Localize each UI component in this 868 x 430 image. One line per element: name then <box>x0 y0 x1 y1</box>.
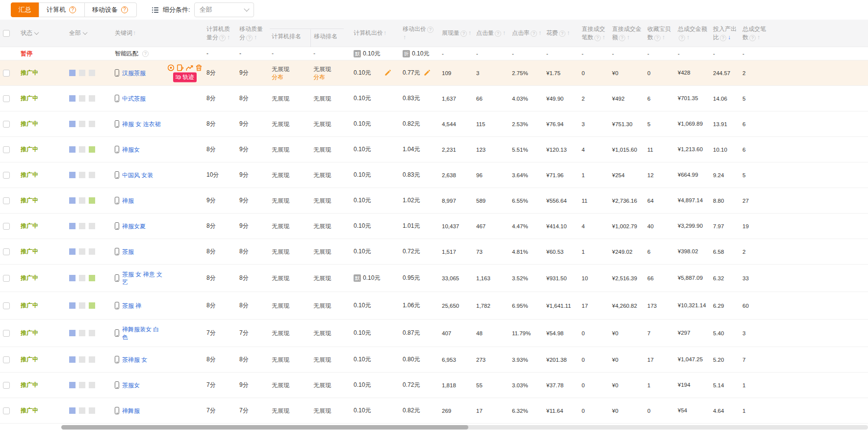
col-total-amount[interactable]: 总成交金额?↑ <box>675 25 710 42</box>
row-checkbox[interactable] <box>3 248 10 255</box>
help-icon[interactable]: ? <box>679 35 685 41</box>
help-icon[interactable]: ? <box>619 35 625 41</box>
row-checkbox[interactable] <box>3 382 10 389</box>
help-icon[interactable]: ? <box>427 27 434 33</box>
sort-asc-icon[interactable]: ↑ <box>687 34 689 41</box>
help-icon[interactable]: ? <box>749 35 756 41</box>
sort-asc-icon[interactable]: ↑ <box>503 29 506 36</box>
edit-bid-icon[interactable] <box>384 70 391 76</box>
keyword-link[interactable]: 禅服女夏 <box>122 222 146 230</box>
help-icon[interactable]: ? <box>142 51 149 57</box>
keyword-cell: 禅服 女 连衣裙 <box>112 120 204 128</box>
edit-bid-icon[interactable] <box>424 70 430 76</box>
row-checkbox[interactable] <box>3 302 10 309</box>
col-pc-bid[interactable]: 计算机出价↑ <box>351 29 400 37</box>
sort-asc-icon[interactable]: ↑ <box>662 34 665 41</box>
row-checkbox[interactable] <box>3 121 10 128</box>
keyword-link[interactable]: 禅舞服 <box>122 407 140 415</box>
keyword-link[interactable]: 禅服 <box>122 197 134 205</box>
keyword-link[interactable]: 禅舞服装女 白 色 <box>122 325 159 341</box>
sort-asc-icon[interactable]: ↑ <box>254 34 257 41</box>
sort-asc-icon[interactable]: ↑ <box>567 29 570 36</box>
help-icon[interactable]: ? <box>460 30 467 37</box>
tab-summary[interactable]: 汇总 <box>11 2 39 17</box>
tab-mobile[interactable]: 移动设备 ? <box>84 2 137 17</box>
row-checkbox[interactable] <box>3 146 10 153</box>
keyword-link[interactable]: 中式茶服 <box>122 95 146 103</box>
help-icon[interactable]: ? <box>594 35 601 41</box>
help-icon[interactable]: ? <box>531 30 537 37</box>
col-direct-orders[interactable]: 直接成交笔数?↑ <box>579 25 609 42</box>
keyword-link[interactable]: 茶服 女 禅意 文 艺 <box>122 270 162 286</box>
row-checkbox[interactable] <box>3 70 10 77</box>
col-favorites[interactable]: 收藏宝贝数?↑ <box>644 25 675 42</box>
chevron-down-icon[interactable] <box>83 30 88 35</box>
col-ctr[interactable]: 点击率?↑ <box>509 29 543 37</box>
help-icon[interactable]: ? <box>219 35 226 41</box>
pc-score-cell: 8分 <box>204 120 236 128</box>
filter-select[interactable]: 全部 <box>194 2 254 17</box>
trace-badge[interactable]: 轨迹 <box>173 72 197 82</box>
sort-desc-icon[interactable]: ↓ <box>728 34 731 41</box>
row-checkbox[interactable] <box>3 330 10 337</box>
col-cost[interactable]: 花费?↑ <box>543 29 579 37</box>
trash-icon[interactable] <box>195 64 203 71</box>
sort-asc-icon[interactable]: ↑ <box>468 29 471 36</box>
keyword-link[interactable]: 茶服女 <box>122 381 140 389</box>
col-total-orders[interactable]: 总成交笔数?↑ <box>740 25 770 42</box>
status-cell: 推广中 <box>18 145 66 154</box>
direct-amount-cell: ¥1,015.60 <box>609 147 644 153</box>
sort-asc-icon[interactable]: ↑ <box>403 34 406 41</box>
row-checkbox[interactable] <box>3 407 10 414</box>
keyword-link[interactable]: 禅服女 <box>122 146 140 154</box>
col-keyword[interactable]: 关键词↑ <box>112 29 204 37</box>
sort-asc-icon[interactable]: ↑ <box>227 34 230 41</box>
col-impressions[interactable]: 展现量?↑ <box>439 29 473 37</box>
report-icon[interactable] <box>177 64 184 71</box>
sort-asc-icon[interactable]: ↑ <box>538 29 541 36</box>
select-all-checkbox[interactable] <box>3 30 10 37</box>
help-icon[interactable]: ? <box>559 30 565 37</box>
col-status[interactable]: 状态 <box>18 29 66 37</box>
col-indicator[interactable]: 全部 <box>66 29 112 37</box>
row-checkbox[interactable] <box>3 223 10 230</box>
horizontal-scrollbar-thumb[interactable] <box>61 425 468 430</box>
keyword-link[interactable]: 中国风 女装 <box>122 171 153 179</box>
target-icon[interactable] <box>167 64 175 71</box>
tab-computer[interactable]: 计算机 ? <box>39 2 85 17</box>
trend-chart-icon[interactable] <box>186 64 193 71</box>
col-roi[interactable]: 投入产出比?↓ <box>710 25 740 42</box>
help-icon[interactable]: ? <box>69 6 76 13</box>
col-clicks[interactable]: 点击量?↑ <box>473 29 509 37</box>
help-icon[interactable]: ? <box>246 35 253 41</box>
distribution-link[interactable]: 分布 <box>272 73 307 81</box>
row-checkbox[interactable] <box>3 172 10 179</box>
row-checkbox[interactable] <box>3 197 10 204</box>
keyword-link[interactable]: 汉服茶服 <box>122 69 146 77</box>
help-icon[interactable]: ? <box>654 35 661 41</box>
col-mobile-score[interactable]: 移动质量分?↑ <box>236 25 269 42</box>
chevron-down-icon[interactable] <box>34 30 39 35</box>
help-icon[interactable]: ? <box>495 30 501 37</box>
col-mobile-bid[interactable]: 移动出价?↑ <box>400 25 439 42</box>
keyword-link[interactable]: 茶禅服 女 <box>122 356 147 364</box>
distribution-link[interactable]: 分布 <box>313 73 348 81</box>
sort-asc-icon[interactable]: ↑ <box>383 29 386 36</box>
impressions-cell: 1,517 <box>439 249 473 255</box>
sort-asc-icon[interactable]: ↑ <box>602 34 605 41</box>
col-pc-score[interactable]: 计算机质量分?↑ <box>204 25 236 42</box>
row-checkbox[interactable] <box>3 95 10 102</box>
row-checkbox[interactable] <box>3 275 10 282</box>
row-select-cell <box>0 275 18 282</box>
row-checkbox[interactable] <box>3 356 10 363</box>
bid-value: 0.10元 <box>363 50 380 58</box>
help-icon[interactable]: ? <box>720 35 726 41</box>
col-direct-amount[interactable]: 直接成交金额?↑ <box>609 25 644 42</box>
keyword-link[interactable]: 茶服 <box>122 248 134 256</box>
help-icon[interactable]: ? <box>121 6 128 13</box>
sort-asc-icon[interactable]: ↑ <box>133 29 136 36</box>
sort-asc-icon[interactable]: ↑ <box>627 34 630 41</box>
keyword-link[interactable]: 禅服 女 连衣裙 <box>122 120 161 128</box>
keyword-link[interactable]: 茶服 禅 <box>122 302 141 310</box>
sort-asc-icon[interactable]: ↑ <box>757 34 760 41</box>
